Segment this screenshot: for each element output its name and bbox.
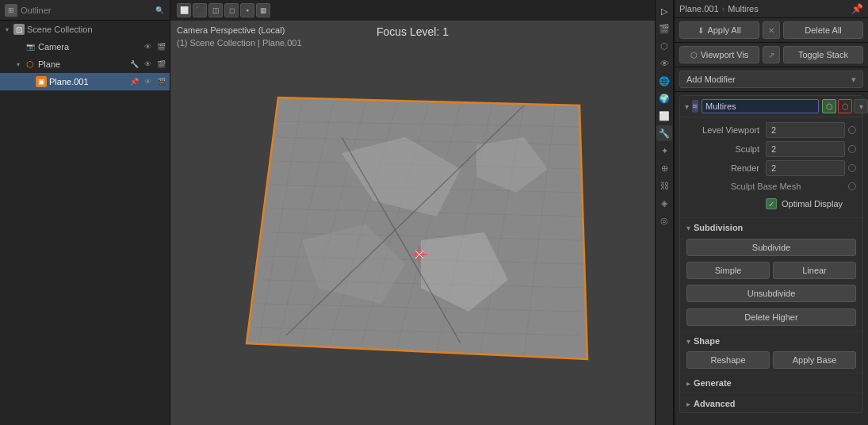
sidebar-icon-world[interactable]: 🌍 [656,90,672,106]
viewport[interactable]: ⬜ ⬛ ◫ ◻ ▪ ▦ Camera Perspective (Local) (… [170,0,655,425]
visibility-btn[interactable]: 👁 [142,41,153,52]
delete-all-button[interactable]: Delete All [783,21,863,39]
sidebar-icon-render[interactable]: 🎬 [656,21,672,36]
outliner-item-label: Plane.001 [49,77,126,86]
mesh-svg [183,42,643,407]
pin-btn[interactable]: 📌 [128,76,140,87]
subdivision-title: Subdivision [694,223,743,232]
sidebar-icon-view[interactable]: 👁 [656,56,672,71]
generate-expand-icon: ▸ [686,379,690,388]
viewport-header: ⬜ ⬛ ◫ ◻ ▪ ▦ [170,0,655,21]
sculpt-base-keyframe-dot[interactable] [848,182,856,190]
sculpt-input[interactable]: 2 [766,141,845,157]
render-row: Render 2 [680,159,862,178]
viewport-material-btn[interactable]: ◫ [208,3,223,17]
modifier-expand-icon[interactable]: ▾ [685,102,689,111]
sidebar-icon-obj-props[interactable]: ⬜ [656,108,672,124]
simple-linear-row: Simple Linear [680,259,862,281]
modifier-name-input[interactable] [702,99,819,113]
apply-all-close-btn[interactable]: ✕ [763,21,780,39]
breadcrumb-plane001: Plane.001 [679,4,719,13]
render-btn[interactable]: 🎬 [155,59,166,70]
toggle-stack-button[interactable]: Toggle Stack [783,46,863,63]
apply-all-button[interactable]: ⬇ Apply All [679,21,759,39]
sidebar-icon-scene[interactable]: ▷ [656,3,672,19]
plane001-icon: ▣ [36,76,47,87]
sculpt-row: Sculpt 2 [680,140,862,159]
linear-button[interactable]: Linear [773,262,856,279]
modifier-expand-btn[interactable]: ▾ [854,99,868,113]
tools-btn[interactable]: 🔧 [128,59,140,70]
delete-higher-button[interactable]: Delete Higher [686,308,856,326]
plane-icon: ⬡ [25,59,36,70]
viewport-mode-icons: ⬜ ⬛ ◫ ◻ ▪ ▦ [177,3,270,17]
outliner-item-camera[interactable]: ▸ 📷 Camera 👁 🎬 [0,38,170,56]
modifier-realtime-btn[interactable]: ⬡ [822,99,836,113]
breadcrumb-separator: › [722,4,725,13]
pin-btn[interactable]: 📌 [851,3,863,14]
outliner-item-scene-collection[interactable]: ▾ ⊡ Scene Collection [0,21,170,38]
render-label: Render [686,163,766,173]
sidebar-icon-material[interactable]: ◎ [656,212,672,228]
sidebar-icon-modifier[interactable]: 🔧 [656,125,672,141]
sidebar-icon-output[interactable]: ⬡ [656,38,672,54]
sidebar-icon-particles[interactable]: ✦ [656,143,672,159]
divider-3 [680,373,862,373]
scene-icon: ⊡ [13,24,25,35]
sculpt-keyframe-dot[interactable] [848,145,856,153]
modifier-header: ▾ ≋ ⬡ ⬡ ▾ ✕ ⋮ [680,96,862,117]
sidebar-icon-constraints[interactable]: ⛓ [656,178,672,193]
advanced-section-header[interactable]: ▸ Advanced [680,395,862,412]
add-modifier-row: Add Modifier ▾ [675,67,868,92]
outliner-item-plane[interactable]: ▾ ⬡ Plane 🔧 👁 🎬 [0,56,170,73]
visibility-btn[interactable]: 👁 [142,59,153,70]
render-btn[interactable]: 🎬 [155,76,166,87]
modifier-render-btn[interactable]: ⬡ [838,99,852,113]
unsubdivide-row: Unsubdivide [680,281,862,305]
outliner-item-plane001[interactable]: ▸ ▣ Plane.001 📌 👁 🎬 [0,73,170,90]
render-btn[interactable]: 🎬 [155,41,166,52]
render-keyframe-dot[interactable] [848,164,856,172]
sculpt-base-mesh-label: Sculpt Base Mesh [686,182,845,191]
add-modifier-button[interactable]: Add Modifier ▾ [679,71,863,88]
outliner-item-label: Camera [38,42,140,52]
subdivision-section-header[interactable]: ▾ Subdivision [680,220,862,235]
viewport-vis-button[interactable]: ⬡ Viewport Vis [679,46,759,63]
reshape-button[interactable]: Reshape [686,351,770,369]
apply-all-icon: ⬇ [698,26,704,35]
simple-button[interactable]: Simple [686,262,770,279]
add-modifier-chevron-icon: ▾ [851,75,856,85]
outliner-title: Outliner [21,6,52,15]
divider-1 [680,217,862,218]
sidebar-icon-data[interactable]: ◈ [656,195,672,211]
level-viewport-row: Level Viewport 2 [680,121,862,140]
viewport-mode-btn[interactable]: ⬜ [177,3,191,17]
outliner-panel: ⊞ Outliner 🔍 ▾ ⊡ Scene Collection ▸ 📷 Ca… [0,0,170,425]
outliner-icon: ⊞ [5,4,17,17]
modifier-properties: Level Viewport 2 Sculpt 2 Render [680,117,862,216]
level-viewport-keyframe-dot[interactable] [848,126,856,134]
generate-section-header[interactable]: ▸ Generate [680,375,862,391]
visibility-btn[interactable]: 👁 [142,76,153,87]
unsubdivide-button[interactable]: Unsubdivide [686,285,856,302]
viewport-extra1-btn[interactable]: ▪ [240,3,254,17]
sidebar-icon-physics[interactable]: ⊕ [656,160,672,176]
mesh-container [170,0,655,425]
subdivide-button[interactable]: Subdivide [686,239,856,256]
viewport-shading-btn[interactable]: ⬛ [193,3,207,17]
divider-4 [680,392,862,393]
modifier-action-row: ⬇ Apply All ✕ Delete All [675,18,868,43]
viewport-render-btn[interactable]: ◻ [224,3,239,17]
viewport-vis-export-btn[interactable]: ↗ [763,46,780,63]
level-viewport-input[interactable]: 2 [766,122,845,138]
sidebar-icon-scene2[interactable]: 🌐 [656,73,672,89]
outliner-header: ⊞ Outliner 🔍 [0,0,170,21]
optimal-display-checkbox[interactable]: ✓ [766,198,777,209]
outliner-filter-btn[interactable]: 🔍 [154,5,165,16]
shape-section-header[interactable]: ▾ Shape [680,333,862,349]
render-input[interactable]: 2 [766,160,845,176]
apply-base-button[interactable]: Apply Base [773,351,856,369]
expand-icon: ▾ [14,60,22,68]
viewport-extra2-btn[interactable]: ▦ [256,3,270,17]
delete-higher-row: Delete Higher [680,305,862,329]
